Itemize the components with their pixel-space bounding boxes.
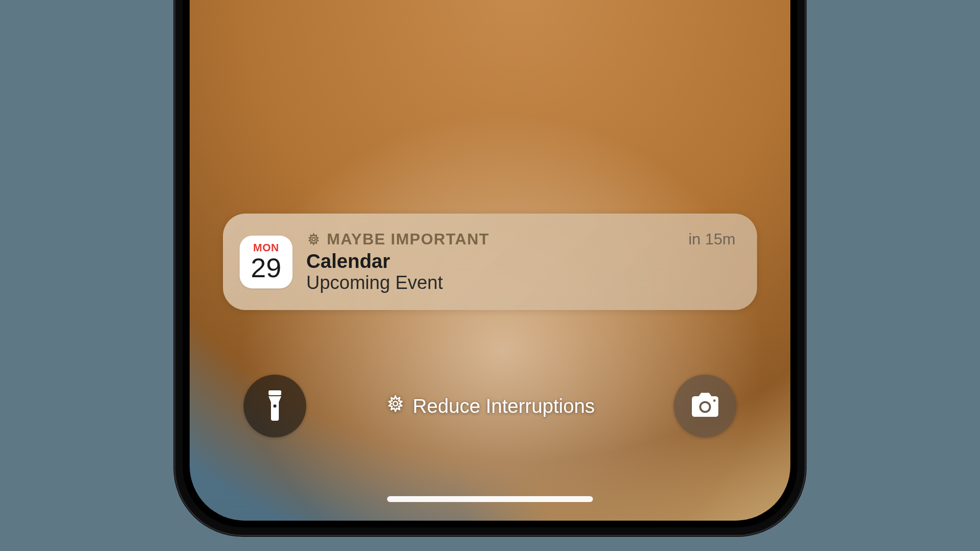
lockscreen-controls: Reduce Interruptions — [190, 375, 790, 437]
home-indicator[interactable] — [387, 496, 593, 502]
camera-icon — [688, 392, 722, 420]
focus-mode-label: Reduce Interruptions — [413, 395, 594, 417]
notification-body: MAYBE IMPORTANT in 15m Calendar Upcoming… — [306, 230, 735, 293]
notification-header-row: MAYBE IMPORTANT in 15m — [306, 230, 735, 248]
calendar-icon-weekday: MON — [253, 242, 279, 253]
svg-point-6 — [713, 400, 716, 402]
flashlight-icon — [263, 389, 287, 423]
svg-point-2 — [273, 405, 276, 407]
notification-priority-label: MAYBE IMPORTANT — [327, 230, 490, 248]
focus-mode-button[interactable]: Reduce Interruptions — [385, 394, 594, 419]
notification-subtitle: Upcoming Event — [306, 272, 735, 293]
svg-point-5 — [701, 403, 709, 411]
phone-bezel: MON 29 MAYBE IMPORTANT in 15m — [183, 0, 797, 527]
notification-app-name: Calendar — [306, 250, 735, 272]
flashlight-button[interactable] — [244, 375, 306, 437]
svg-point-3 — [393, 401, 398, 406]
phone-frame: MON 29 MAYBE IMPORTANT in 15m — [174, 0, 806, 536]
notification-time: in 15m — [688, 230, 735, 248]
camera-button[interactable] — [674, 375, 736, 437]
svg-rect-1 — [269, 390, 281, 395]
lock-screen: MON 29 MAYBE IMPORTANT in 15m — [190, 0, 790, 521]
notification-card[interactable]: MON 29 MAYBE IMPORTANT in 15m — [223, 214, 757, 310]
calendar-app-icon: MON 29 — [240, 236, 293, 288]
svg-point-0 — [312, 238, 316, 241]
focus-mode-icon — [385, 394, 406, 419]
calendar-icon-date: 29 — [251, 254, 281, 282]
intelligence-badge-icon — [306, 232, 321, 247]
